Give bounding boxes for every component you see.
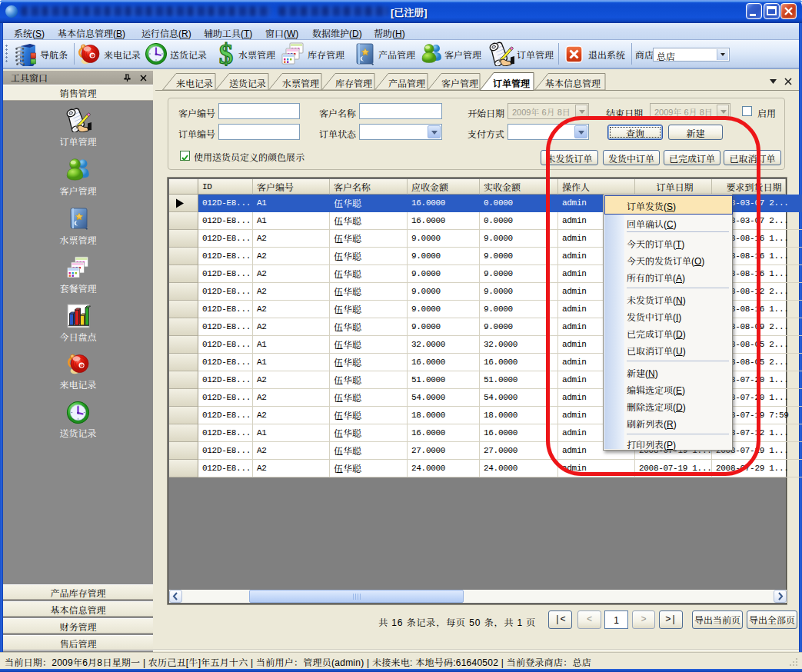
svg-text:$: $ [219, 42, 234, 66]
